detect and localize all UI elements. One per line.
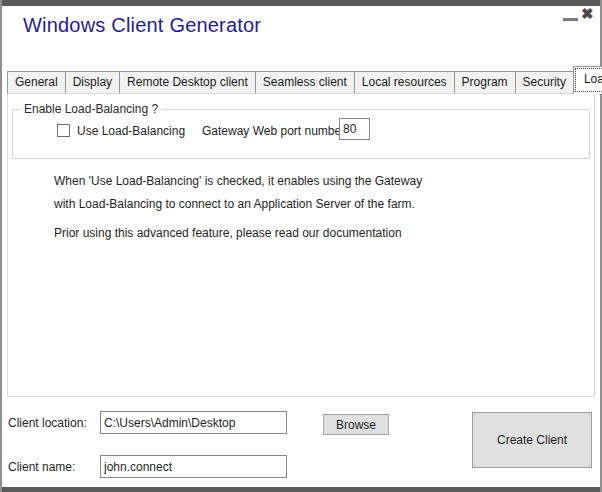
enable-load-balancing-groupbox: Enable Load-Balancing ? Use Load-Balanci…: [12, 109, 590, 159]
gateway-web-port-input[interactable]: [339, 118, 370, 140]
gateway-web-port-label: Gateway Web port number: [202, 124, 345, 138]
description-line-1: When 'Use Load-Balancing' is checked, it…: [54, 170, 422, 193]
window-frame-bottom: [0, 487, 602, 492]
window-frame-left: [0, 0, 2, 492]
create-client-button[interactable]: Create Client: [472, 412, 592, 468]
description-line-2: with Load-Balancing to connect to an App…: [54, 193, 422, 216]
browse-button[interactable]: Browse: [323, 414, 389, 435]
groupbox-title: Enable Load-Balancing ?: [20, 102, 162, 116]
tab-local-resources[interactable]: Local resources: [354, 71, 455, 93]
tab-security[interactable]: Security: [515, 71, 574, 93]
load-balancing-tab-page: Enable Load-Balancing ? Use Load-Balanci…: [7, 93, 595, 397]
tab-program[interactable]: Program: [454, 71, 516, 93]
tab-load-balancing[interactable]: Load-Balancing: [573, 66, 602, 94]
client-name-input[interactable]: [100, 455, 287, 478]
tab-general[interactable]: General: [7, 71, 66, 93]
window-client-generator: Windows Client Generator ✖ General Displ…: [0, 0, 602, 492]
tab-remote-desktop-client[interactable]: Remote Desktop client: [119, 71, 256, 93]
use-load-balancing-checkbox[interactable]: [57, 124, 70, 137]
tab-display[interactable]: Display: [65, 71, 120, 93]
use-load-balancing-label[interactable]: Use Load-Balancing: [77, 124, 185, 138]
tab-seamless-client[interactable]: Seamless client: [255, 71, 355, 93]
minimize-icon[interactable]: [563, 18, 578, 21]
close-icon[interactable]: ✖: [581, 5, 594, 23]
client-location-label: Client location:: [8, 416, 87, 430]
window-title: Windows Client Generator: [23, 14, 261, 37]
tab-strip: General Display Remote Desktop client Se…: [7, 66, 602, 94]
client-location-input[interactable]: [100, 411, 287, 434]
load-balancing-description: When 'Use Load-Balancing' is checked, it…: [54, 170, 422, 216]
documentation-note: Prior using this advanced feature, pleas…: [54, 222, 402, 245]
client-name-label: Client name:: [8, 460, 75, 474]
window-frame-top: [0, 0, 602, 6]
